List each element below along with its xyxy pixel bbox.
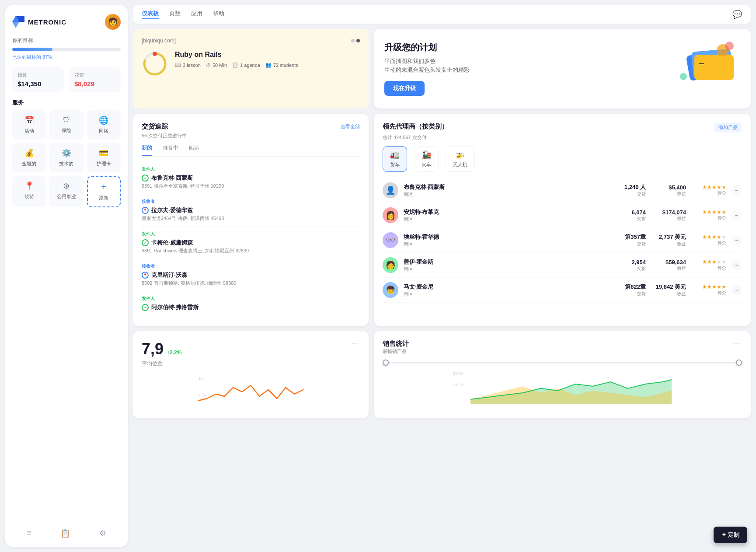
dot1 <box>351 39 355 42</box>
sales-more-options[interactable]: ··· <box>734 340 742 348</box>
avg-label: 平均位置 <box>142 360 181 367</box>
activity-icon: 📅 <box>24 115 34 125</box>
stars-3: ★★★★★ <box>691 259 726 265</box>
expense-value: $8,029 <box>74 80 115 87</box>
agent-region-1: 南区 <box>404 216 614 223</box>
agents-title-area: 领先代理商（按类别） <box>383 122 448 131</box>
tab-preparing[interactable]: 准备中 <box>163 144 178 156</box>
agent-name-0: 布鲁克林·西蒙斯 <box>404 183 614 191</box>
svg-text:2,500: 2,500 <box>453 383 463 387</box>
chat-icon[interactable]: 💬 <box>732 10 742 19</box>
agent-arrow-0[interactable]: → <box>732 185 742 196</box>
nav-right: 💬 <box>732 10 742 19</box>
agents-title: 领先代理商（按类别） <box>383 122 448 131</box>
agent-arrow-2[interactable]: → <box>732 235 742 245</box>
name-0: ✓ 布鲁克林·西蒙斯 <box>142 174 360 182</box>
agent-region-4: 南区 <box>404 291 614 297</box>
role-4: 发件人 <box>142 296 360 302</box>
role-3: 接收者 <box>142 263 360 269</box>
logo-area: METRONIC <box>12 16 66 28</box>
name-1: 📍 拉尔夫·爱德华兹 <box>142 206 360 214</box>
agent-arrow-4[interactable]: → <box>732 285 742 295</box>
role-1: 接收者 <box>142 199 360 205</box>
nav-help[interactable]: 帮助 <box>213 10 224 19</box>
tab-shipping[interactable]: 船运 <box>189 144 199 156</box>
sales-chart: 3,000 2,500 <box>383 369 742 404</box>
duration-icon: ⏱ <box>206 63 211 68</box>
sales-header: 销售统计 最畅销产品 ··· <box>383 340 742 360</box>
customize-button[interactable]: ✦ 定制 <box>714 527 747 543</box>
tracking-item-1: 接收者 📍 拉尔夫·爱德华兹 星家大道2464号 梅萨, 新泽西州 45463 <box>142 194 360 227</box>
agent-arrow-3[interactable]: → <box>732 260 742 270</box>
role-0: 发件人 <box>142 166 360 172</box>
lessons-icon: 📖 <box>175 62 181 68</box>
agent-revenue-2: 2,737 美元 收益 <box>651 233 686 247</box>
truck-icon: 🚛 <box>390 150 400 160</box>
agent-rating-3: ★★★★★ 评分 <box>691 259 726 271</box>
service-finance[interactable]: 💰 金融的 <box>12 143 46 172</box>
nav-apps[interactable]: 应用 <box>191 10 202 19</box>
document-icon[interactable]: 📋 <box>60 528 70 538</box>
layers-icon[interactable]: ≡ <box>27 528 31 538</box>
budget-card: 预算 $14,350 <box>12 67 64 92</box>
name-4: ✓ 阿尔伯特·弗洛雷斯 <box>142 304 360 311</box>
track-icon-2: ✓ <box>142 239 149 246</box>
agent-trans-1: 6,074 交货 <box>620 209 646 222</box>
tracking-item-2: 发件人 ✓ 卡梅伦·威廉姆森 3891 Ranchview 理查森博士, 加利福… <box>142 227 360 259</box>
agent-row-2: 👓 埃丝特·霍华德 南区 第357章 交货 2,737 美元 收益 ★★★★★ … <box>383 228 742 253</box>
settings-icon[interactable]: ⚙ <box>99 528 106 538</box>
course-url-bar: [biqubiqu.com] <box>142 38 360 44</box>
care-card-label: 护理卡 <box>97 161 111 167</box>
sales-subtitle: 最畅销产品 <box>383 348 409 355</box>
course-red-dot <box>153 52 157 56</box>
nav-pages[interactable]: 页数 <box>169 10 181 19</box>
upgrade-card: 升级您的计划 平面插图和我们多色 生动的未混合紫色头发女士的精彩 现在升级 💳 <box>374 29 751 108</box>
network-icon: 🌐 <box>99 115 108 125</box>
upgrade-button[interactable]: 现在升级 <box>384 81 425 96</box>
tracking-header: 交货追踪 查看全部 <box>142 122 360 131</box>
avg-change: ↑2.2% <box>167 349 181 356</box>
view-all-button[interactable]: 查看全部 <box>341 123 360 130</box>
tab-new[interactable]: 新的 <box>142 144 152 156</box>
avg-more-options[interactable]: ··· <box>352 340 360 348</box>
course-lessons: 📖 3 lesson <box>175 62 201 68</box>
agent-info-0: 布鲁克林·西蒙斯 南区 <box>404 183 614 198</box>
care-card-icon: 💳 <box>99 148 108 158</box>
addr-1: 星家大道2464号 梅萨, 新泽西州 45463 <box>142 215 360 222</box>
agents-header: 领先代理商（按类别） 添加产品 <box>383 122 742 133</box>
sidebar-footer: ≡ 📋 ⚙ <box>12 523 121 538</box>
logo-text: METRONIC <box>28 18 66 26</box>
avatar[interactable]: 🧑 <box>105 14 121 30</box>
agents-card: 领先代理商（按类别） 添加产品 总计 424,567 次交付 🚛 货车 🚂 火车… <box>374 114 751 326</box>
agent-trans-4: 第822章 交货 <box>620 283 646 297</box>
nav-dashboard[interactable]: 仪表板 <box>142 10 159 19</box>
range-slider[interactable] <box>383 362 742 363</box>
course-duration: ⏱ 50 Min <box>206 62 227 68</box>
agent-avatar-2: 👓 <box>383 232 398 248</box>
category-truck[interactable]: 🚛 货车 <box>383 146 407 172</box>
service-tech[interactable]: ⚙️ 技术的 <box>49 143 83 172</box>
range-handle-left[interactable] <box>383 360 389 366</box>
sales-title: 销售统计 <box>383 340 409 348</box>
finance-label: 金融的 <box>22 161 36 167</box>
category-drone[interactable]: 🚁 无人机 <box>446 146 475 172</box>
service-activity[interactable]: 📅 活动 <box>12 110 46 140</box>
service-care-card[interactable]: 💳 护理卡 <box>87 143 121 172</box>
service-public[interactable]: ⊕ 公用事业 <box>49 176 83 207</box>
range-handle-right[interactable] <box>736 360 742 366</box>
service-add-new[interactable]: + 添新 <box>87 176 121 207</box>
agent-info-3: 盖伊·霍金斯 南区 <box>404 258 614 273</box>
agent-revenue-4: 19,842 美元 收益 <box>651 283 686 297</box>
category-train[interactable]: 🚂 火车 <box>414 146 439 172</box>
budget-label: 预算 <box>17 72 59 78</box>
train-icon: 🚂 <box>422 150 431 160</box>
agent-region-0: 南区 <box>404 191 614 198</box>
service-network[interactable]: 🌐 网络 <box>87 110 121 140</box>
agent-rating-2: ★★★★★ 评分 <box>691 234 726 246</box>
service-insurance[interactable]: 🛡 保险 <box>49 110 83 140</box>
service-wait[interactable]: 📍 候待 <box>12 176 46 207</box>
add-product-button[interactable]: 添加产品 <box>714 122 742 133</box>
agent-arrow-1[interactable]: → <box>732 210 742 220</box>
svg-marker-2 <box>12 22 19 28</box>
svg-text:3,000: 3,000 <box>453 371 463 376</box>
